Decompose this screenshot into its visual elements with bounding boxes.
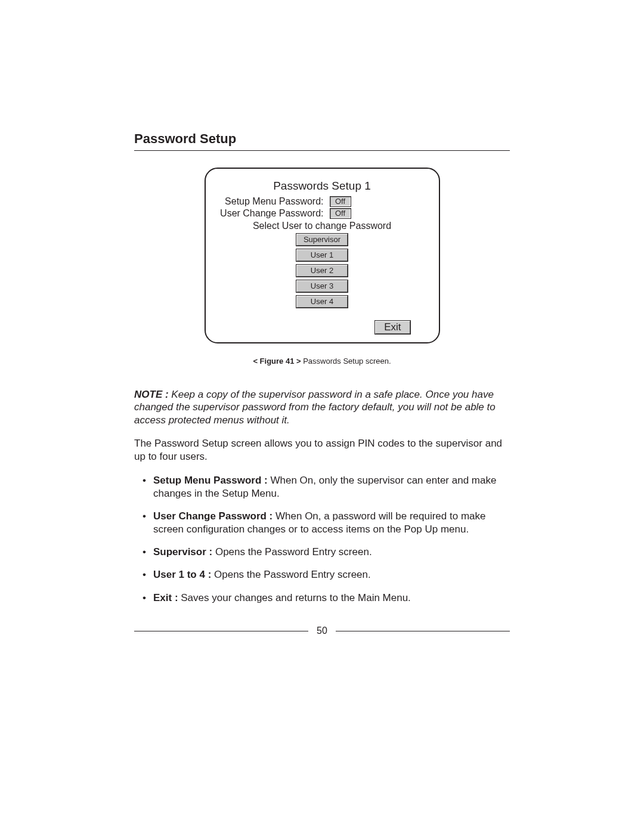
bullet-text: Opens the Password Entry screen. [212,546,371,558]
figure-caption-prefix: < Figure 41 > [253,357,301,366]
list-item: User Change Password : When On, a passwo… [143,510,510,536]
bullet-label: Setup Menu Password : [153,475,268,486]
bullet-label: Supervisor : [153,546,212,558]
note-label: NOTE : [134,389,169,400]
user-change-password-toggle[interactable]: Off [330,208,351,219]
setup-menu-password-label: Setup Menu Password: [216,196,330,207]
user-change-password-row: User Change Password: Off [216,208,428,219]
bullet-label: Exit : [153,592,178,603]
bullet-text: Opens the Password Entry screen. [211,569,370,580]
body-paragraph: The Password Setup screen allows you to … [134,437,510,463]
page-footer: 50 [134,625,510,636]
heading-rule [134,150,510,151]
screen-title: Passwords Setup 1 [216,179,428,193]
bullet-label: User Change Password : [153,510,273,522]
select-user-label: Select User to change Password [216,221,428,231]
note-text: Keep a copy of the supervisor password i… [134,389,496,426]
figure-caption: < Figure 41 > Passwords Setup screen. [134,357,510,366]
list-item: Supervisor : Opens the Password Entry sc… [143,546,510,559]
page-number: 50 [317,625,327,636]
user-change-password-label: User Change Password: [216,208,330,219]
bullet-label: User 1 to 4 : [153,569,211,580]
list-item: User 1 to 4 : Opens the Password Entry s… [143,568,510,581]
note-paragraph: NOTE : Keep a copy of the supervisor pas… [134,388,510,426]
user-4-button[interactable]: User 4 [296,296,348,308]
supervisor-button[interactable]: Supervisor [296,234,348,246]
setup-menu-password-row: Setup Menu Password: Off [216,196,428,207]
exit-button[interactable]: Exit [375,321,410,334]
passwords-setup-screen: Passwords Setup 1 Setup Menu Password: O… [205,168,440,343]
user-3-button[interactable]: User 3 [296,280,348,292]
list-item: Exit : Saves your changes and returns to… [143,592,510,605]
bullet-text: Saves your changes and returns to the Ma… [178,592,411,603]
setup-menu-password-toggle[interactable]: Off [330,196,351,207]
list-item: Setup Menu Password : When On, only the … [143,474,510,500]
user-1-button[interactable]: User 1 [296,249,348,261]
footer-rule-right [336,631,510,631]
figure-caption-text: Passwords Setup screen. [301,357,391,366]
bullet-list: Setup Menu Password : When On, only the … [134,474,510,605]
section-heading: Password Setup [134,131,510,147]
user-2-button[interactable]: User 2 [296,265,348,277]
footer-rule-left [134,631,308,631]
